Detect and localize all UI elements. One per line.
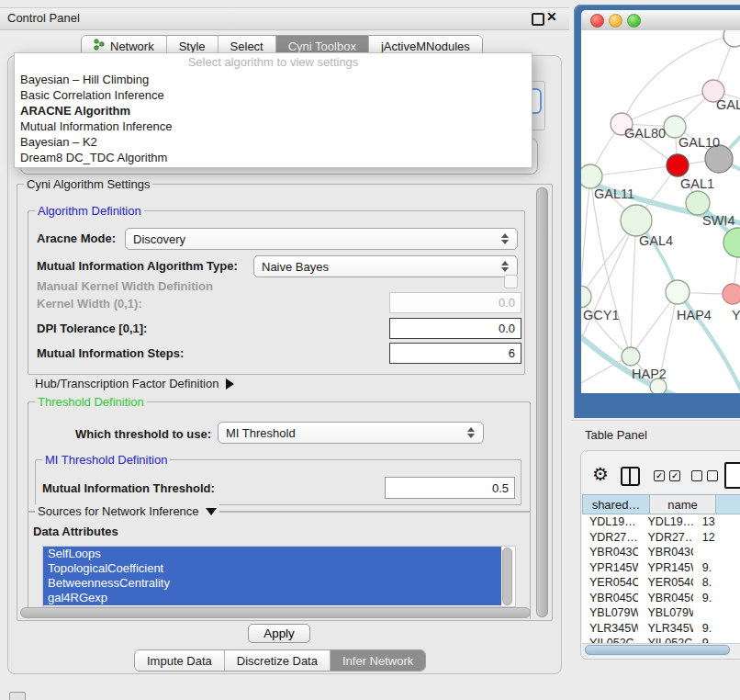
threshold-definition-title: Threshold Definition bbox=[35, 395, 147, 409]
network-edge[interactable] bbox=[581, 176, 590, 297]
chevron-down-icon bbox=[206, 508, 217, 515]
select-all-checkboxes-icon[interactable]: ✓✓ bbox=[654, 470, 680, 481]
data-attribute-item[interactable]: TopologicalCoefficient bbox=[43, 561, 501, 576]
network-node-HAP4[interactable] bbox=[666, 280, 690, 304]
network-node-GAL11[interactable] bbox=[581, 164, 602, 188]
table-cell: YBR043C bbox=[638, 546, 693, 559]
control-panel-bottom-tabs: Impute DataDiscretize DataInfer Network bbox=[134, 649, 426, 672]
which-threshold-value: MI Threshold bbox=[226, 426, 466, 440]
settings-horizontal-scrollbar[interactable] bbox=[20, 607, 531, 618]
data-attributes-list[interactable]: SelfLoopsTopologicalCoefficientBetweenne… bbox=[42, 546, 516, 607]
network-node-salmon-node[interactable] bbox=[723, 284, 740, 304]
aracne-mode-value: Discovery bbox=[133, 232, 500, 246]
table-row[interactable]: YIL052CYIL052C9. bbox=[582, 636, 740, 643]
table-cell: YBL079W bbox=[582, 606, 638, 619]
table-cell: YDL19… bbox=[582, 515, 638, 528]
attributes-scrollbar[interactable] bbox=[502, 548, 512, 605]
mi-type-value: Naive Bayes bbox=[262, 260, 500, 274]
table-row[interactable]: YBL079WYBL079W bbox=[582, 605, 740, 621]
table-cell: YBR043C bbox=[582, 546, 638, 559]
table-cell: 9. bbox=[693, 592, 740, 604]
table-cell: YBL079W bbox=[638, 606, 693, 619]
table-row[interactable]: YER054CYER054C8. bbox=[582, 575, 740, 591]
table-cell: YER054C bbox=[638, 576, 693, 589]
bottom-tab-impute-data[interactable]: Impute Data bbox=[135, 650, 225, 671]
algorithm-popup-placeholder: Select algorithm to view settings bbox=[15, 53, 532, 72]
column-header-3[interactable]: A bbox=[716, 494, 740, 514]
kernel-width-input[interactable]: 0.0 bbox=[389, 292, 521, 313]
minimize-window-icon[interactable] bbox=[609, 14, 622, 28]
data-attribute-item[interactable]: SelfLoops bbox=[43, 547, 501, 561]
network-node-GAL4[interactable] bbox=[621, 205, 652, 236]
table-row[interactable]: YPR145WYPR145W9. bbox=[582, 560, 740, 576]
table-row[interactable]: YBR043CYBR043C bbox=[582, 545, 740, 560]
table-cell: 9. bbox=[693, 561, 740, 574]
close-panel-icon[interactable]: ✕ bbox=[546, 9, 557, 24]
table-cell: YPR145W bbox=[638, 561, 693, 574]
mi-steps-input[interactable]: 6 bbox=[389, 343, 521, 364]
network-canvas[interactable]: GALGAL80GAL10GAL1GAL11SWI4GAL4GCY1HAP4YH… bbox=[581, 30, 740, 393]
table-row[interactable]: YBR045CYBR045C9. bbox=[582, 591, 740, 606]
network-edge[interactable] bbox=[590, 165, 678, 176]
bottom-tab-discretize-data[interactable]: Discretize Data bbox=[225, 650, 331, 671]
data-attribute-item[interactable]: gal4RGexp bbox=[43, 591, 501, 605]
sources-group-title[interactable]: Sources for Network Inference bbox=[35, 504, 219, 518]
document-icon[interactable] bbox=[724, 462, 740, 489]
columns-icon[interactable] bbox=[621, 467, 640, 486]
float-panel-icon[interactable] bbox=[532, 13, 544, 26]
network-node-label: SWI4 bbox=[702, 213, 734, 228]
minimized-panel-icon[interactable] bbox=[9, 692, 26, 700]
table-row[interactable]: YLR345WYLR345W9. bbox=[582, 621, 740, 637]
mi-threshold-label: Mutual Information Threshold: bbox=[42, 481, 215, 495]
dpi-tolerance-input[interactable]: 0.0 bbox=[389, 318, 521, 339]
close-window-icon[interactable] bbox=[590, 14, 604, 28]
network-node-label: Y bbox=[732, 308, 740, 322]
network-node-GAL1[interactable] bbox=[667, 154, 689, 176]
network-edge[interactable] bbox=[631, 220, 636, 356]
data-attributes-label: Data Attributes bbox=[33, 525, 118, 538]
algorithm-item[interactable]: Bayesian – Hill Climbing bbox=[15, 72, 532, 87]
hub-definition-expander[interactable]: Hub/Transcription Factor Definition bbox=[35, 377, 234, 390]
kernel-width-label: Kernel Width (0,1): bbox=[37, 297, 142, 310]
gear-icon[interactable]: ⚙ bbox=[592, 463, 609, 485]
table-row[interactable]: YDR27…YDR27…12 bbox=[582, 530, 740, 546]
table-cell: 9. bbox=[693, 637, 740, 643]
control-panel-titlebar bbox=[0, 7, 569, 30]
table-horizontal-scrollbar[interactable] bbox=[585, 645, 730, 655]
data-attribute-item[interactable]: BetweennessCentrality bbox=[43, 576, 501, 591]
apply-button[interactable]: Apply bbox=[248, 624, 310, 643]
network-window-titlebar[interactable] bbox=[581, 10, 740, 31]
mi-threshold-group-title: MI Threshold Definition bbox=[42, 453, 170, 467]
deselect-all-checkboxes-icon[interactable] bbox=[691, 470, 718, 481]
mi-threshold-input[interactable]: 0.5 bbox=[385, 477, 515, 499]
algorithm-item[interactable]: Bayesian – K2 bbox=[15, 134, 532, 150]
zoom-window-icon[interactable] bbox=[627, 14, 641, 28]
manual-kernel-label: Manual Kernel Width Definition bbox=[37, 279, 213, 293]
network-node-label: GAL11 bbox=[594, 186, 634, 201]
settings-vertical-scrollbar[interactable] bbox=[536, 187, 548, 617]
algorithm-item[interactable]: Mutual Information Inference bbox=[15, 119, 532, 134]
bottom-tab-infer-network[interactable]: Infer Network bbox=[331, 650, 425, 671]
which-threshold-select[interactable]: MI Threshold bbox=[218, 422, 484, 444]
mi-type-select[interactable]: Naive Bayes bbox=[253, 255, 518, 277]
algorithm-item[interactable]: ARACNE Algorithm bbox=[15, 103, 532, 119]
stepper-icon bbox=[466, 427, 476, 438]
network-node-top-node[interactable] bbox=[723, 30, 740, 47]
algorithm-item[interactable]: Basic Correlation Inference bbox=[15, 87, 532, 103]
column-header-1[interactable]: shared… bbox=[582, 494, 650, 514]
network-node-HAP2[interactable] bbox=[622, 347, 640, 366]
aracne-mode-select[interactable]: Discovery bbox=[125, 228, 518, 250]
network-edge[interactable] bbox=[590, 176, 631, 356]
network-node-SWI4[interactable] bbox=[686, 191, 710, 215]
column-header-2[interactable]: name bbox=[650, 494, 716, 514]
table-panel-divider bbox=[571, 420, 740, 421]
tab-label: Cyni Toolbox bbox=[288, 40, 356, 53]
manual-kernel-checkbox[interactable] bbox=[504, 275, 518, 288]
sources-title-label: Sources for Network Inference bbox=[38, 504, 199, 518]
table-row[interactable]: YDL19…YDL19…13 bbox=[582, 514, 740, 530]
algorithm-item[interactable]: Dream8 DC_TDC Algorithm bbox=[15, 150, 532, 165]
table-cell: YPR145W bbox=[582, 561, 638, 574]
network-node-GCY1[interactable] bbox=[581, 286, 591, 308]
network-edge[interactable] bbox=[581, 297, 631, 356]
network-node-label: GAL1 bbox=[680, 176, 714, 191]
